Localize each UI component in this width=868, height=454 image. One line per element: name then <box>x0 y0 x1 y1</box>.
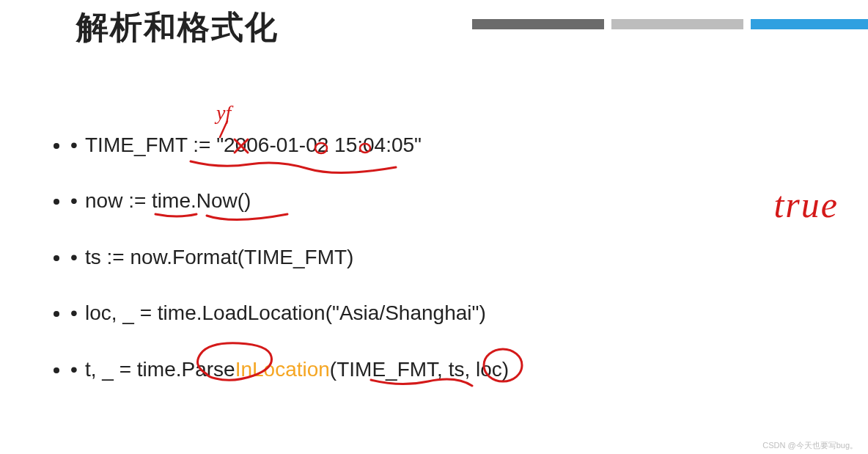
bullet-4-text: loc, _ = time.LoadLocation("Asia/Shangha… <box>85 301 486 324</box>
bullet-item-2: now := time.Now() <box>70 188 730 214</box>
bullet-1-value: 2006-01-02 15:04:05 <box>224 133 414 156</box>
bullet-item-3: ts := now.Format(TIME_FMT) <box>70 244 730 271</box>
bullet-5-prefix: t, _ = time.Parse <box>85 358 235 381</box>
bar-light-gray <box>611 19 743 29</box>
bullet-5-suffix: (TIME_FMT, ts, loc) <box>330 358 509 381</box>
bullet-item-5: t, _ = time.ParseInLocation(TIME_FMT, ts… <box>70 356 730 383</box>
bar-gray <box>472 19 604 29</box>
bullet-2-text: now := time.Now() <box>85 189 251 212</box>
bar-blue <box>751 19 868 29</box>
watermark: CSDN @今天也要写bug。 <box>762 440 858 451</box>
annotation-yf: yf <box>216 101 231 125</box>
bullet-3-text: ts := now.Format(TIME_FMT) <box>85 246 353 268</box>
bullet-1-prefix: TIME_FMT := " <box>85 133 224 156</box>
slide-title: 解析和格式化 <box>76 6 279 49</box>
annotation-true: true <box>773 183 839 226</box>
bullet-5-orange: InLocation <box>235 358 330 381</box>
bullet-item-4: loc, _ = time.LoadLocation("Asia/Shangha… <box>70 300 730 326</box>
bullet-item-1: TIME_FMT := "2006-01-02 15:04:05" <box>70 132 730 158</box>
bullet-list: TIME_FMT := "2006-01-02 15:04:05" now :=… <box>70 132 730 412</box>
bullet-1-suffix: " <box>414 133 422 156</box>
decorative-bars <box>472 19 868 29</box>
